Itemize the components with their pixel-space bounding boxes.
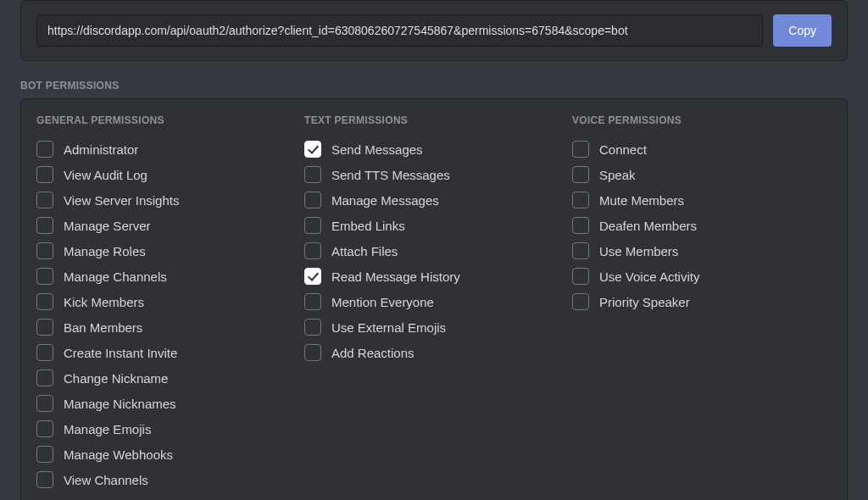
permission-label: Ban Members [64,320,142,335]
permission-label: View Audit Log [64,168,147,182]
bot-permissions-heading: BOT PERMISSIONS [20,80,848,92]
permission-label: Add Reactions [331,346,415,360]
text-permissions-title: TEXT PERMISSIONS [304,114,564,126]
checkbox-speak[interactable] [572,166,589,183]
permission-label: Change Nickname [64,371,168,386]
permission-label: Manage Nicknames [64,397,176,411]
permission-add-reactions[interactable]: Add Reactions [304,340,564,365]
permission-label: Manage Channels [64,269,167,284]
permission-label: Mention Everyone [331,295,434,309]
checkbox-attach-files[interactable] [304,242,321,259]
permission-label: Read Message History [331,269,460,284]
general-permissions-title: GENERAL PERMISSIONS [36,114,296,126]
permission-use-members[interactable]: Use Members [572,238,832,264]
permission-mention-everyone[interactable]: Mention Everyone [304,289,564,314]
permission-mute-members[interactable]: Mute Members [572,187,832,213]
permission-label: Send Messages [331,142,423,157]
permission-connect[interactable]: Connect [572,136,832,162]
permission-label: Manage Messages [331,193,439,208]
text-permissions-column: TEXT PERMISSIONS Send MessagesSend TTS M… [304,114,564,492]
permission-label: Speak [599,168,636,182]
checkbox-administrator[interactable] [36,141,53,158]
checkbox-embed-links[interactable] [304,217,321,234]
permission-kick-members[interactable]: Kick Members [36,289,296,314]
permission-label: Manage Emojis [64,422,151,436]
permission-speak[interactable]: Speak [572,162,832,187]
permission-label: Embed Links [331,219,405,233]
oauth-url-input[interactable] [36,14,763,47]
oauth-url-card: Copy [20,0,848,61]
checkbox-deafen-members[interactable] [572,217,589,234]
permission-manage-server[interactable]: Manage Server [36,213,296,238]
permission-manage-emojis[interactable]: Manage Emojis [36,416,296,442]
permission-manage-roles[interactable]: Manage Roles [36,238,296,264]
permission-label: Send TTS Messages [331,168,450,182]
permission-deafen-members[interactable]: Deafen Members [572,213,832,238]
permission-label: Connect [599,142,647,157]
checkbox-mute-members[interactable] [572,192,589,208]
permission-label: Create Instant Invite [64,346,177,360]
checkbox-view-audit-log[interactable] [36,166,53,183]
permission-view-audit-log[interactable]: View Audit Log [36,162,296,187]
permission-manage-nicknames[interactable]: Manage Nicknames [36,391,296,416]
permission-use-voice-activity[interactable]: Use Voice Activity [572,264,832,289]
checkbox-create-instant-invite[interactable] [36,344,53,361]
permissions-grid: GENERAL PERMISSIONS AdministratorView Au… [36,114,832,492]
permission-label: Attach Files [331,244,398,258]
bot-permissions-card: GENERAL PERMISSIONS AdministratorView Au… [20,98,848,500]
permission-label: View Channels [64,473,148,487]
permission-label: Administrator [64,142,138,157]
permission-send-messages[interactable]: Send Messages [304,136,564,162]
permission-manage-channels[interactable]: Manage Channels [36,264,296,289]
checkbox-read-message-history[interactable] [304,268,321,285]
permission-read-message-history[interactable]: Read Message History [304,264,564,289]
checkbox-connect[interactable] [572,141,589,158]
permission-label: View Server Insights [64,193,179,208]
permission-use-external-emojis[interactable]: Use External Emojis [304,314,564,340]
checkbox-mention-everyone[interactable] [304,293,321,310]
permission-manage-messages[interactable]: Manage Messages [304,187,564,213]
checkbox-view-channels[interactable] [36,471,53,488]
checkbox-priority-speaker[interactable] [572,293,589,310]
voice-permissions-title: VOICE PERMISSIONS [572,114,832,126]
checkbox-manage-server[interactable] [36,217,53,234]
checkbox-manage-nicknames[interactable] [36,395,53,412]
checkbox-use-members[interactable] [572,242,589,259]
permission-administrator[interactable]: Administrator [36,136,296,162]
checkbox-send-tts-messages[interactable] [304,166,321,183]
copy-button[interactable]: Copy [773,14,832,47]
permission-change-nickname[interactable]: Change Nickname [36,365,296,391]
permission-priority-speaker[interactable]: Priority Speaker [572,289,832,314]
voice-permissions-column: VOICE PERMISSIONS ConnectSpeakMute Membe… [572,114,832,492]
permission-label: Manage Roles [64,244,146,258]
permission-label: Kick Members [64,295,144,309]
checkbox-kick-members[interactable] [36,293,53,310]
checkbox-change-nickname[interactable] [36,369,53,386]
checkbox-ban-members[interactable] [36,319,53,336]
checkbox-add-reactions[interactable] [304,344,321,361]
permission-attach-files[interactable]: Attach Files [304,238,564,264]
permission-embed-links[interactable]: Embed Links [304,213,564,238]
permission-label: Use Members [599,244,678,258]
permission-label: Priority Speaker [599,295,690,309]
checkbox-use-external-emojis[interactable] [304,319,321,336]
checkbox-manage-channels[interactable] [36,268,53,285]
permission-label: Use Voice Activity [599,269,699,284]
permission-label: Mute Members [599,193,684,208]
permission-view-channels[interactable]: View Channels [36,467,296,492]
permission-manage-webhooks[interactable]: Manage Webhooks [36,442,296,467]
checkbox-manage-emojis[interactable] [36,420,53,437]
checkbox-send-messages[interactable] [304,141,321,158]
permission-ban-members[interactable]: Ban Members [36,314,296,340]
checkbox-manage-roles[interactable] [36,242,53,259]
checkbox-manage-messages[interactable] [304,192,321,208]
permission-send-tts-messages[interactable]: Send TTS Messages [304,162,564,187]
checkbox-manage-webhooks[interactable] [36,446,53,463]
permission-create-instant-invite[interactable]: Create Instant Invite [36,340,296,365]
oauth-url-row: Copy [36,14,832,47]
permission-label: Use External Emojis [331,320,446,335]
permission-label: Manage Server [64,219,151,233]
checkbox-view-server-insights[interactable] [36,192,53,208]
checkbox-use-voice-activity[interactable] [572,268,589,285]
permission-view-server-insights[interactable]: View Server Insights [36,187,296,213]
